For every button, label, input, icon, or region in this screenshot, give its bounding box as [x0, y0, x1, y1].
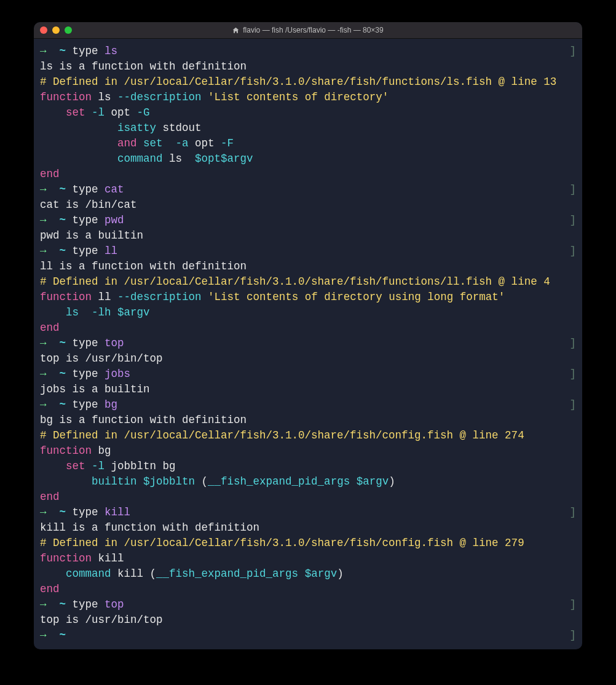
prompt-line: → ~]	[40, 628, 576, 643]
prompt-line: → ~ type bg]	[40, 397, 576, 413]
prompt-line: → ~ type top]	[40, 336, 576, 351]
prompt-line: → ~ type ll]	[40, 244, 576, 259]
output-line: end	[40, 167, 576, 182]
maximize-icon[interactable]	[65, 26, 72, 34]
output-line: jobs is a builtin	[40, 382, 576, 397]
output-line: cat is /bin/cat	[40, 197, 576, 213]
output-line: set -l opt -G	[40, 105, 576, 121]
output-line: command ls $opt$argv	[40, 151, 576, 167]
output-line: ll is a function with definition	[40, 259, 576, 274]
output-line: function kill	[40, 551, 576, 566]
output-line: function ll --description 'List contents…	[40, 290, 576, 305]
output-line: # Defined in /usr/local/Cellar/fish/3.1.…	[40, 74, 576, 90]
output-line: ls -lh $argv	[40, 305, 576, 320]
prompt-line: → ~ type cat]	[40, 182, 576, 197]
close-icon[interactable]	[40, 26, 47, 34]
window-titlebar: flavio — fish /Users/flavio — -fish — 80…	[34, 22, 582, 39]
output-line: and set -a opt -F	[40, 136, 576, 151]
prompt-line: → ~ type ls]	[40, 44, 576, 59]
terminal-content[interactable]: → ~ type ls]ls is a function with defini…	[34, 39, 582, 649]
traffic-lights	[40, 26, 72, 34]
prompt-line: → ~ type pwd]	[40, 213, 576, 228]
output-line: ls is a function with definition	[40, 59, 576, 74]
window-title-text: flavio — fish /Users/flavio — -fish — 80…	[243, 26, 383, 34]
window-title: flavio — fish /Users/flavio — -fish — 80…	[34, 26, 582, 34]
terminal-window: flavio — fish /Users/flavio — -fish — 80…	[34, 22, 582, 649]
output-line: top is /usr/bin/top	[40, 612, 576, 628]
output-line: set -l jobbltn bg	[40, 459, 576, 474]
output-line: isatty stdout	[40, 121, 576, 136]
output-line: # Defined in /usr/local/Cellar/fish/3.1.…	[40, 428, 576, 443]
prompt-line: → ~ type top]	[40, 597, 576, 612]
output-line: # Defined in /usr/local/Cellar/fish/3.1.…	[40, 274, 576, 290]
output-line: end	[40, 582, 576, 597]
output-line: command kill (__fish_expand_pid_args $ar…	[40, 566, 576, 582]
output-line: top is /usr/bin/top	[40, 351, 576, 366]
output-line: end	[40, 489, 576, 505]
output-line: end	[40, 320, 576, 336]
prompt-line: → ~ type kill]	[40, 505, 576, 520]
output-line: pwd is a builtin	[40, 228, 576, 244]
output-line: function ls --description 'List contents…	[40, 90, 576, 105]
output-line: function bg	[40, 443, 576, 459]
output-line: kill is a function with definition	[40, 520, 576, 536]
output-line: builtin $jobbltn (__fish_expand_pid_args…	[40, 474, 576, 489]
output-line: # Defined in /usr/local/Cellar/fish/3.1.…	[40, 536, 576, 551]
output-line: bg is a function with definition	[40, 413, 576, 428]
prompt-line: → ~ type jobs]	[40, 366, 576, 382]
home-icon	[232, 27, 239, 34]
minimize-icon[interactable]	[52, 26, 60, 34]
